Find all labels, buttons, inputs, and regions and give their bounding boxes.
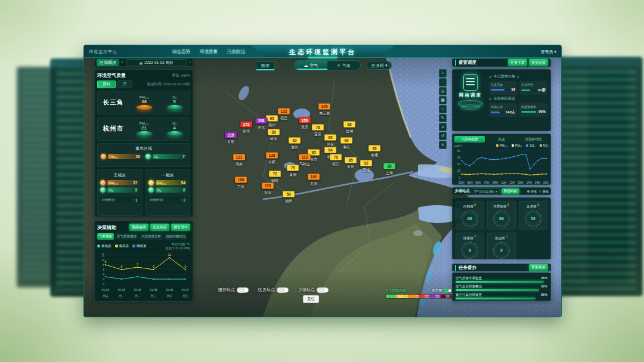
city-marker-常州[interactable]: 85常州 xyxy=(345,153,357,170)
draw-icon[interactable]: ✎ xyxy=(439,114,447,122)
township-gauge-朱家角镇[interactable]: 朱家角镇良66 xyxy=(487,201,516,230)
city-marker-蚌埠[interactable]: 88蚌埠 xyxy=(268,125,280,142)
undo-icon[interactable]: ↺ xyxy=(439,132,447,140)
locate-icon[interactable]: ◎ xyxy=(439,87,447,95)
city-marker-六安[interactable]: 108六安 xyxy=(235,173,247,190)
region-scope-chip[interactable]: 区域概况 xyxy=(97,59,119,66)
layers-button[interactable]: 图层 xyxy=(256,61,275,70)
city-marker-合肥[interactable]: 128合肥 xyxy=(266,148,278,165)
decision-tab-0[interactable]: 气象预报 xyxy=(97,233,114,240)
mode-icon: ☁ xyxy=(304,63,308,68)
mode-toggle-实时[interactable]: 实时 xyxy=(97,81,116,88)
metric-O₃: O₃4 xyxy=(159,122,190,136)
aqi-badge: 95 xyxy=(266,115,278,122)
map-mode-空气[interactable]: ☁空气 xyxy=(295,61,327,70)
heatmap-toggle-label: 热力图 xyxy=(432,289,442,293)
svg-text:01-03: 01-03 xyxy=(118,289,126,292)
city-label: 六安 xyxy=(235,184,247,190)
svg-text:6: 6 xyxy=(120,265,122,268)
city-marker-淮南[interactable]: 121淮南 xyxy=(233,150,246,167)
stat-box-label: 问题整改率 xyxy=(521,105,546,109)
trend-tab-0[interactable]: 污染物趋势 xyxy=(454,136,485,143)
focus-area-card: 重点区域 PM₂.₅36O₃7 xyxy=(97,143,190,167)
city-marker-宿迁[interactable]: 132宿迁 xyxy=(278,104,290,121)
layer-toggle-switch[interactable] xyxy=(277,287,289,293)
city-marker-巢湖[interactable]: 75巢湖 xyxy=(287,161,299,178)
metric-PM₂.₅: PM₂.₅38 xyxy=(129,95,159,110)
city-marker-盐城[interactable]: 68盐城 xyxy=(343,117,356,134)
layer-list-icon[interactable]: ▦ xyxy=(439,96,447,104)
city-marker-马鞍山[interactable]: 112马鞍山 xyxy=(299,150,311,167)
city-marker-海安[interactable]: 90海安 xyxy=(340,134,353,150)
station-select[interactable]: 空气自动监测站 ▾ xyxy=(472,188,500,194)
aqi-badge: 85 xyxy=(345,157,357,163)
nav-item-1[interactable]: 环境质量 xyxy=(200,49,218,55)
city-marker-池州[interactable]: 58池州 xyxy=(283,187,295,204)
city-marker-阜阳[interactable]: 215阜阳 xyxy=(225,128,237,145)
township-gauge-金泽镇[interactable]: 金泽镇良59 xyxy=(519,201,547,230)
zoom-out-icon[interactable]: − xyxy=(439,78,447,86)
decision-tab-2[interactable]: 污染形势分析 xyxy=(140,233,163,240)
date-prev-button[interactable]: ‹ xyxy=(122,60,123,65)
task-track xyxy=(456,281,547,283)
legend-item-降雨量: 降雨量 xyxy=(132,244,147,248)
stat-track: O₃7 xyxy=(153,154,187,159)
home-icon[interactable]: ⌂ xyxy=(439,105,447,113)
city-marker-连云港[interactable]: 105连云港 xyxy=(318,100,331,116)
mode-toggle-日[interactable]: 日 xyxy=(117,81,132,88)
trend-tab-1[interactable]: 实况 xyxy=(486,136,516,143)
township-gauge-练塘镇[interactable]: 练塘镇优8 xyxy=(456,233,484,261)
refresh-data-button[interactable]: 数据刷新 xyxy=(501,188,519,194)
stat-bar-O₃: O₃7 xyxy=(145,154,187,159)
city-marker-宝应[interactable]: 76宝应 xyxy=(312,120,324,137)
city-marker-南通[interactable]: 66南通 xyxy=(369,141,381,158)
decision-button-1[interactable]: 应急响应 xyxy=(150,224,169,231)
layer-toggle-switch[interactable] xyxy=(237,287,249,293)
dispatch-button-1[interactable]: 历史记录 xyxy=(529,59,548,66)
map-reset-button[interactable]: 复位 xyxy=(303,295,319,303)
air-quality-panel: 环境空气质量 单位: µg/m³ 实时日 数据时间: 2022-01-02 08… xyxy=(94,69,193,217)
decision-button-2[interactable]: 报告导出 xyxy=(171,224,190,231)
svg-text:周五: 周五 xyxy=(182,295,188,298)
trend-tab-2[interactable]: 分指标对比 xyxy=(518,136,549,143)
city-marker-徐州[interactable]: 172徐州 xyxy=(240,117,253,134)
svg-text:01时: 01时 xyxy=(459,181,465,184)
stat-label: O₃ xyxy=(109,188,113,192)
city-marker-芜湖[interactable]: 102芜湖 xyxy=(308,170,320,187)
city-marker-镇江[interactable]: 78镇江 xyxy=(330,150,342,167)
city-marker-滁州[interactable]: 82滁州 xyxy=(289,134,301,150)
station-legend-离线: 离线 xyxy=(539,190,549,193)
city-marker-淮安[interactable]: 156淮安 xyxy=(299,113,311,130)
township-gauge-徐泾镇[interactable]: 徐泾镇优9 xyxy=(487,233,516,261)
aqi-badge: 88 xyxy=(268,129,280,135)
layer-toggle-switch[interactable] xyxy=(317,287,329,293)
city-marker-上海[interactable]: 38上海 xyxy=(383,159,396,176)
date-picker[interactable]: ▣ 2022-01-02 周日 xyxy=(126,59,187,66)
close-icon[interactable]: ✕ xyxy=(439,141,447,149)
stat-track: O₃5 xyxy=(107,187,140,193)
user-menu[interactable]: 管理员 ▾ xyxy=(541,49,556,55)
heatmap-toggle[interactable] xyxy=(444,289,452,293)
menu-icon[interactable]: ≡ xyxy=(439,123,447,131)
pollutant-icon xyxy=(100,187,106,193)
decision-tab-1[interactable]: 空气质量预报 xyxy=(115,233,138,240)
dispatch-button-0[interactable]: 任务下发 xyxy=(508,59,527,66)
date-next-button[interactable]: › xyxy=(189,60,191,65)
zoom-in-icon[interactable]: + xyxy=(439,69,447,78)
decision-tab-3[interactable]: 历史同期对比 xyxy=(164,233,187,240)
gauge-bowl-icon xyxy=(137,131,152,136)
stat-box-label: 企业管控 xyxy=(521,83,546,86)
city-marker-无锡[interactable]: 92无锡 xyxy=(360,156,373,173)
township-gauge-白鹤镇[interactable]: 白鹤镇良68 xyxy=(456,201,484,230)
station-legend-label: 离线 xyxy=(543,190,549,193)
city-marker-安庆[interactable]: 115安庆 xyxy=(262,179,274,196)
nav-item-0[interactable]: 综合态势 xyxy=(172,49,190,55)
decision-button-0[interactable]: 预报会商 xyxy=(129,224,148,231)
city-marker-淮北[interactable]: 208淮北 xyxy=(255,114,268,131)
stat-label: PM₂.₅ xyxy=(110,155,118,159)
view-more-button[interactable]: 查看更多 xyxy=(529,264,548,271)
map-mode-气象[interactable]: ☀气象 xyxy=(327,61,360,70)
station-type-select[interactable]: 区县站 ▾ xyxy=(367,61,392,70)
aqi-badge: 78 xyxy=(330,154,342,160)
nav-item-2[interactable]: 污染防治 xyxy=(227,49,245,55)
